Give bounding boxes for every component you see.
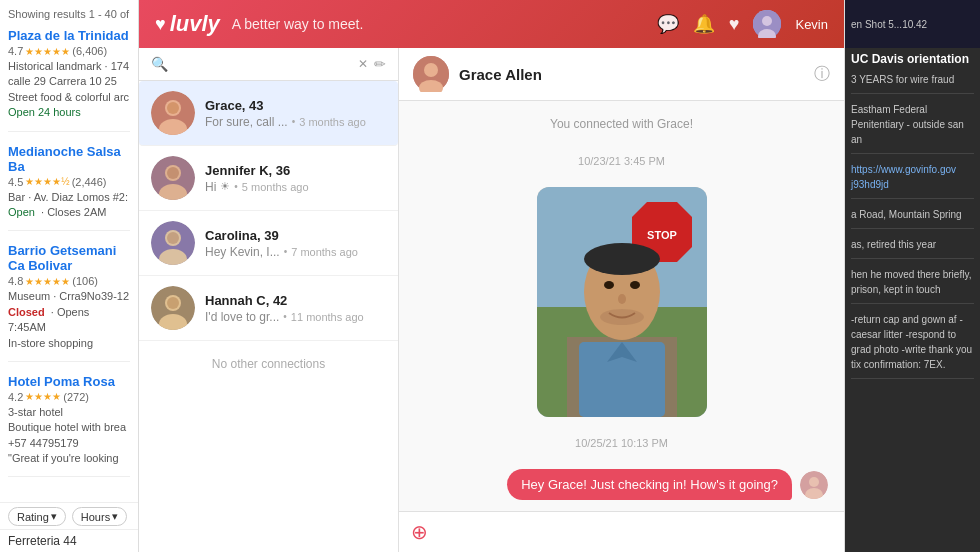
contact-info: Jennifer K, 36 Hi ☀ • 5 months ago <box>205 163 386 194</box>
timestamp-label: 10/25/21 10:13 PM <box>415 437 828 449</box>
contact-info: Hannah C, 42 I'd love to gr... • 11 mont… <box>205 293 386 324</box>
contact-item-grace[interactable]: Grace, 43 For sure, call ... • 3 months … <box>139 81 398 146</box>
search-input[interactable] <box>174 57 352 72</box>
last-place-item[interactable]: Ferreteria 44 <box>0 529 138 552</box>
message-text: Hey Grace! Just checking in! How's it go… <box>521 477 778 492</box>
clear-icon[interactable]: ✕ <box>358 57 368 71</box>
chat-panel: Grace Allen ⓘ You connected with Grace! … <box>399 48 844 552</box>
info-icon[interactable]: ⓘ <box>814 64 830 85</box>
place-name: Plaza de la Trinidad <box>8 28 130 43</box>
svg-point-1 <box>762 16 772 26</box>
place-desc: Historical landmark · 174 calle 29 Carre… <box>8 59 130 90</box>
plus-icon[interactable]: ⊕ <box>411 520 428 544</box>
search-bar: 🔍 ✕ ✏ <box>139 48 398 81</box>
app-tagline: A better way to meet. <box>232 16 645 32</box>
connected-notice: You connected with Grace! <box>415 117 828 131</box>
outgoing-message-wrap: Hey Grace! Just checking in! How's it go… <box>415 469 828 500</box>
place-name: Barrio Getsemani Ca Bolivar <box>8 243 130 273</box>
rating-filter-button[interactable]: Rating ▾ <box>8 507 66 526</box>
contact-preview: Hey Kevin, I... • 7 months ago <box>205 245 386 259</box>
message-bubble-outgoing: Hey Grace! Just checking in! How's it go… <box>507 469 792 500</box>
place-item[interactable]: Barrio Getsemani Ca Bolivar 4.8 ★★★★★ (1… <box>8 243 130 362</box>
svg-point-18 <box>167 297 179 309</box>
svg-point-6 <box>167 102 179 114</box>
username-label: Kevin <box>795 17 828 32</box>
svg-point-20 <box>424 63 438 77</box>
contact-info: Grace, 43 For sure, call ... • 3 months … <box>205 98 386 129</box>
chat-messages: You connected with Grace! 10/23/21 3:45 … <box>399 101 844 511</box>
sender-avatar <box>800 471 828 499</box>
right-panel-item: -return cap and gown af -caesar litter -… <box>851 312 974 379</box>
avatar <box>151 221 195 265</box>
search-icon: 🔍 <box>151 56 168 72</box>
chevron-down-icon: ▾ <box>112 510 118 523</box>
right-panel-item: a Road, Mountain Spring <box>851 207 974 229</box>
hours-filter-button[interactable]: Hours ▾ <box>72 507 127 526</box>
heart-icon[interactable]: ♥ <box>729 14 740 35</box>
place-extra: Boutique hotel with brea <box>8 420 130 435</box>
place-name: Hotel Poma Rosa <box>8 374 130 389</box>
place-review: "Great if you're looking <box>8 451 130 466</box>
contact-name: Jennifer K, 36 <box>205 163 386 178</box>
place-item[interactable]: Plaza de la Trinidad 4.7 ★★★★★ (6,406) H… <box>8 28 130 132</box>
place-item[interactable]: Medianoche Salsa Ba 4.5 ★★★★½ (2,446) Ba… <box>8 144 130 232</box>
photo-message: STOP <box>537 187 707 417</box>
place-rating: 4.2 ★★★★ (272) <box>8 391 130 403</box>
contact-info: Carolina, 39 Hey Kevin, I... • 7 months … <box>205 228 386 259</box>
place-phone: +57 44795179 <box>8 436 130 451</box>
place-status: Open · Closes 2AM <box>8 205 130 220</box>
contact-preview: Hi ☀ • 5 months ago <box>205 180 386 194</box>
place-desc: 3-star hotel <box>8 405 130 420</box>
svg-point-36 <box>809 477 819 487</box>
contact-item-jennifer[interactable]: Jennifer K, 36 Hi ☀ • 5 months ago <box>139 146 398 211</box>
chat-icon[interactable]: 💬 <box>657 13 679 35</box>
place-desc: Bar · Av. Diaz Lomos #2: <box>8 190 130 205</box>
contact-item-carolina[interactable]: Carolina, 39 Hey Kevin, I... • 7 months … <box>139 211 398 276</box>
right-panel-item: hen he moved there briefly, prison, kept… <box>851 267 974 304</box>
contact-preview: I'd love to gr... • 11 months ago <box>205 310 386 324</box>
contact-name: Grace, 43 <box>205 98 386 113</box>
place-status: Closed · Opens 7:45AM <box>8 305 130 336</box>
place-extra: In-store shopping <box>8 336 130 351</box>
timestamp-label: 10/23/21 3:45 PM <box>415 155 828 167</box>
chat-header: Grace Allen ⓘ <box>399 48 844 101</box>
contacts-panel: 🔍 ✕ ✏ Grace, 43 Fo <box>139 48 399 552</box>
svg-point-28 <box>584 243 660 275</box>
chat-avatar <box>413 56 449 92</box>
place-extra: Street food & colorful arc <box>8 90 130 105</box>
app-body: 🔍 ✕ ✏ Grace, 43 Fo <box>139 48 844 552</box>
place-rating: 4.5 ★★★★½ (2,446) <box>8 176 130 188</box>
place-rating: 4.7 ★★★★★ (6,406) <box>8 45 130 57</box>
svg-point-31 <box>618 294 626 304</box>
chat-input-bar: ⊕ <box>399 511 844 552</box>
app-header: ♥ luvly A better way to meet. 💬 🔔 ♥ Kevi… <box>139 0 844 48</box>
chat-contact-name: Grace Allen <box>459 66 804 83</box>
contact-name: Hannah C, 42 <box>205 293 386 308</box>
svg-point-34 <box>600 309 644 325</box>
right-panel-title: UC Davis orientation <box>851 52 974 66</box>
chevron-down-icon: ▾ <box>51 510 57 523</box>
right-panel-link-item[interactable]: https://www.govinfo.gov j93hd9jd <box>851 162 974 199</box>
edit-icon[interactable]: ✏ <box>374 56 386 72</box>
logo-heart-icon: ♥ <box>155 14 166 35</box>
left-map-panel: Showing results 1 - 40 of Plaza de la Tr… <box>0 0 138 552</box>
logo-text: luvly <box>170 11 220 37</box>
right-panel: en Shot 5...10.42 UC Davis orientation 3… <box>845 0 980 552</box>
place-status: Open 24 hours <box>8 105 130 120</box>
place-rating: 4.8 ★★★★★ (106) <box>8 275 130 287</box>
avatar <box>151 286 195 330</box>
top-bar-text: en Shot 5...10.42 <box>851 19 927 30</box>
contact-item-hannah[interactable]: Hannah C, 42 I'd love to gr... • 11 mont… <box>139 276 398 341</box>
avatar[interactable] <box>753 10 781 38</box>
place-item[interactable]: Hotel Poma Rosa 4.2 ★★★★ (272) 3-star ho… <box>8 374 130 478</box>
contact-name: Carolina, 39 <box>205 228 386 243</box>
bell-icon[interactable]: 🔔 <box>693 13 715 35</box>
svg-text:STOP: STOP <box>647 229 677 241</box>
header-icons: 💬 🔔 ♥ Kevin <box>657 10 828 38</box>
svg-point-29 <box>604 281 614 289</box>
place-name: Medianoche Salsa Ba <box>8 144 130 174</box>
right-panel-item: as, retired this year <box>851 237 974 259</box>
contact-preview: For sure, call ... • 3 months ago <box>205 115 386 129</box>
app-logo: ♥ luvly <box>155 11 220 37</box>
top-bar: en Shot 5...10.42 <box>845 0 980 48</box>
